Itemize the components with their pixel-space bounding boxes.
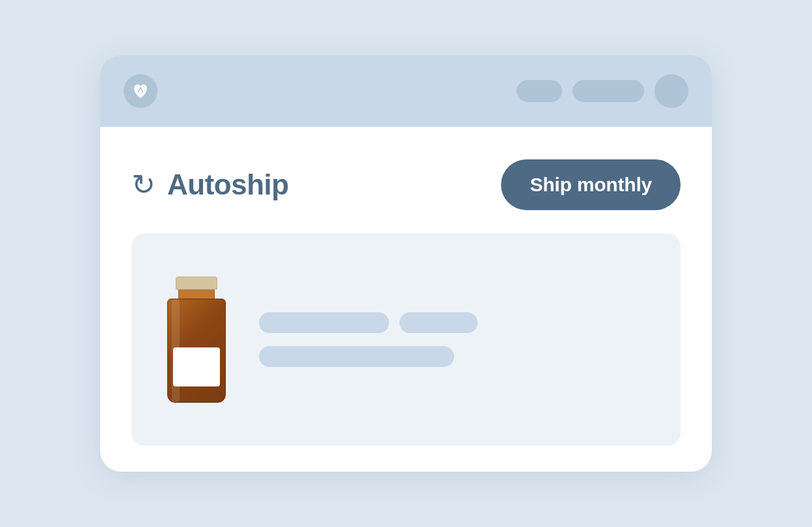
- bottle-neck: [178, 290, 215, 299]
- header-nav-pill-2[interactable]: [573, 80, 644, 102]
- product-tag-placeholder: [399, 312, 478, 333]
- logo-icon: [124, 74, 157, 108]
- product-card: [131, 234, 681, 446]
- product-info: [259, 312, 655, 367]
- bottle-label: [173, 347, 220, 386]
- header-avatar[interactable]: [655, 74, 688, 108]
- autoship-row: ↻ Autoship Ship monthly: [131, 159, 681, 210]
- header-nav-pill-1[interactable]: [517, 80, 562, 102]
- bottle-body: [167, 299, 226, 403]
- app-card: ↻ Autoship Ship monthly: [100, 55, 712, 472]
- product-desc-placeholder: [259, 346, 454, 367]
- bottle-wrap: [157, 277, 236, 403]
- header-bar: [100, 55, 712, 127]
- bottle-cap: [176, 277, 217, 290]
- product-info-top: [259, 312, 655, 333]
- product-name-placeholder: [259, 312, 389, 333]
- autoship-label: Autoship: [167, 169, 289, 201]
- autoship-left: ↻ Autoship: [131, 169, 289, 201]
- main-content: ↻ Autoship Ship monthly: [100, 127, 712, 472]
- autoship-refresh-icon: ↻: [131, 170, 156, 199]
- ship-monthly-button[interactable]: Ship monthly: [501, 159, 681, 210]
- bottle-illustration: [167, 277, 226, 403]
